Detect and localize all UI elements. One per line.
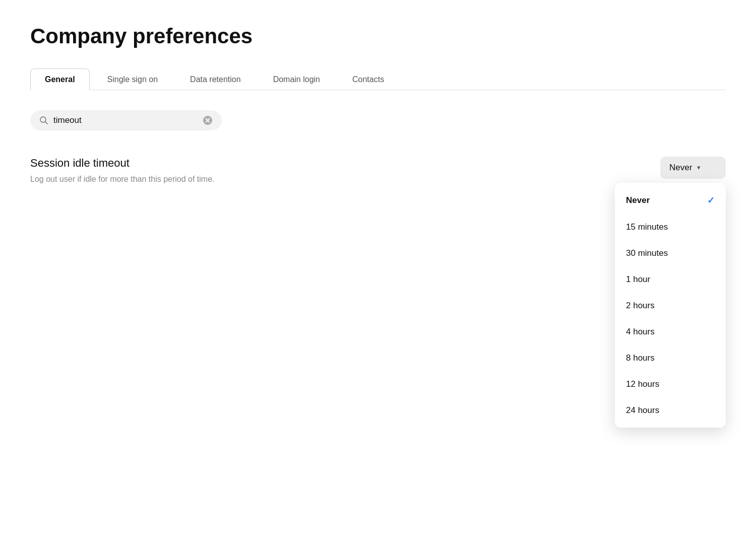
setting-info: Session idle timeout Log out user if idl… [30,157,215,184]
page-title: Company preferences [30,24,726,48]
dropdown-option-4hours[interactable]: 4 hours [615,319,726,345]
dropdown-option-1hour[interactable]: 1 hour [615,266,726,293]
dropdown-option-label: 12 hours [626,379,659,389]
search-bar [30,110,222,130]
dropdown-option-label: 2 hours [626,301,655,311]
dropdown-option-8hours[interactable]: 8 hours [615,345,726,371]
tab-data-retention[interactable]: Data retention [175,68,256,90]
dropdown-menu: Never ✓ 15 minutes 30 minutes 1 hour 2 h… [615,183,726,428]
dropdown-selected-label: Never [669,163,692,173]
tab-contacts[interactable]: Contacts [338,68,399,90]
dropdown-option-2hours[interactable]: 2 hours [615,293,726,319]
dropdown-option-12hours[interactable]: 12 hours [615,371,726,397]
dropdown-option-24hours[interactable]: 24 hours [615,397,726,424]
search-clear-button[interactable] [203,115,213,125]
dropdown-option-never[interactable]: Never ✓ [615,187,726,214]
dropdown-option-label: 1 hour [626,274,650,285]
search-icon [39,116,48,125]
tab-domain-login[interactable]: Domain login [259,68,335,90]
dropdown-option-label: 15 minutes [626,222,668,232]
dropdown-option-15min[interactable]: 15 minutes [615,214,726,240]
tab-sso[interactable]: Single sign on [93,68,173,90]
chevron-down-icon: ▾ [697,164,701,171]
dropdown-option-label: 4 hours [626,327,655,337]
setting-title: Session idle timeout [30,157,215,170]
setting-section-timeout: Session idle timeout Log out user if idl… [30,157,726,184]
dropdown-option-label: 24 hours [626,405,659,416]
dropdown-option-label: 8 hours [626,353,655,363]
dropdown-wrapper: Never ▾ Never ✓ 15 minutes 30 minutes 1 … [660,157,726,179]
tab-general[interactable]: General [30,68,90,90]
dropdown-option-label: 30 minutes [626,248,668,258]
svg-line-1 [45,121,48,124]
tabs-nav: General Single sign on Data retention Do… [30,68,726,90]
dropdown-trigger[interactable]: Never ▾ [660,157,726,179]
dropdown-option-label: Never [626,195,650,205]
search-input[interactable] [53,115,199,125]
dropdown-option-30min[interactable]: 30 minutes [615,240,726,266]
check-icon: ✓ [707,195,715,206]
setting-description: Log out user if idle for more than this … [30,175,215,184]
